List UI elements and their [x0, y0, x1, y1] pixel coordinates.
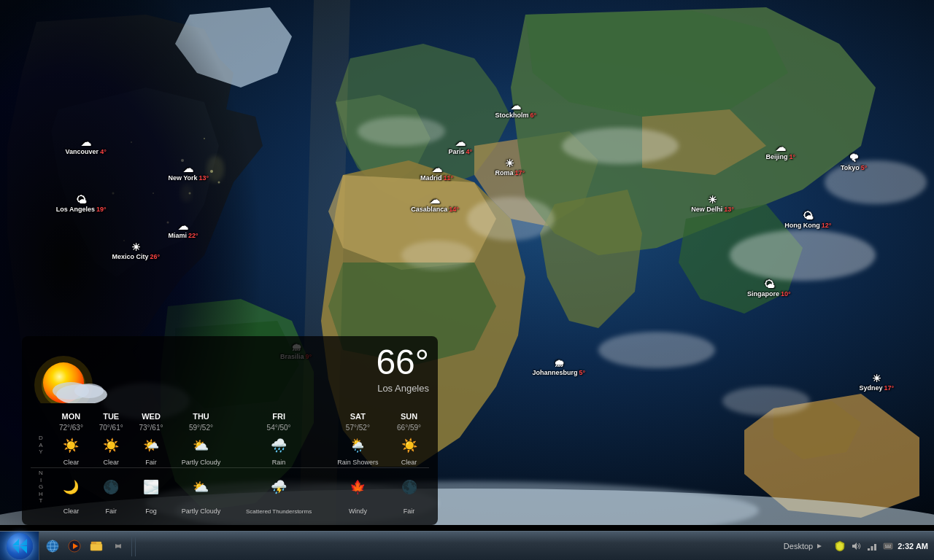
- days-row: MON TUE WED THU FRI SAT SUN: [31, 409, 429, 422]
- city-marker-madrid: ☁Madrid11°: [420, 163, 453, 182]
- svg-point-20: [598, 332, 715, 368]
- svg-point-16: [730, 230, 876, 281]
- chevron-right-icon: [816, 542, 823, 550]
- cond-thu-day: Partly Cloudy: [171, 457, 231, 468]
- taskbar-divider: [135, 536, 136, 556]
- current-weather-icon: [31, 345, 118, 403]
- svg-rect-45: [884, 543, 892, 549]
- ie-icon[interactable]: [42, 536, 63, 556]
- icon-sun-night: 🌑: [389, 468, 429, 506]
- svg-rect-44: [874, 544, 876, 551]
- explorer-icon[interactable]: [86, 536, 107, 556]
- day-conditions-row: Clear Clear Fair Partly Cloudy Rain Rain…: [31, 457, 429, 468]
- svg-point-14: [467, 197, 555, 241]
- svg-rect-48: [889, 545, 891, 546]
- temp-sat: 57°/52°: [327, 422, 390, 433]
- city-marker-singapore: 🌤Singapore10°: [747, 279, 791, 298]
- cond-sun-night: Fair: [389, 506, 429, 516]
- current-city: Los Angeles: [376, 383, 429, 394]
- temp-fri: 54°/50°: [231, 422, 327, 433]
- day-mon: MON: [51, 409, 91, 422]
- icon-thu-night: ⛅: [171, 468, 231, 506]
- start-button[interactable]: [0, 532, 39, 561]
- cond-mon-day: Clear: [51, 457, 91, 468]
- day-label: DAY: [34, 435, 48, 456]
- icon-fri-day: 🌧️: [231, 433, 327, 457]
- day-sat: SAT: [327, 409, 390, 422]
- svg-point-30: [74, 384, 104, 398]
- svg-point-18: [401, 241, 474, 270]
- quick-launch: [39, 536, 132, 556]
- cond-wed-night: Fog: [131, 506, 171, 516]
- icon-tue-night: 🌑: [91, 468, 131, 506]
- day-fri: FRI: [231, 409, 327, 422]
- security-tray-icon[interactable]: [833, 540, 846, 553]
- icon-mon-day: ☀️: [51, 433, 91, 457]
- cond-wed-day: Fair: [131, 457, 171, 468]
- cond-tue-night: Fair: [91, 506, 131, 516]
- weather-widget: 66° Los Angeles MON TUE WED THU FRI SAT …: [22, 336, 438, 525]
- temp-mon: 72°/63°: [51, 422, 91, 433]
- temps-row: 72°/63° 70°/61° 73°/61° 59°/52° 54°/50° …: [31, 422, 429, 433]
- svg-rect-49: [885, 546, 891, 548]
- day-icons-row: DAY ☀️ ☀️ 🌤️ ⛅ 🌧️ 🌦️ ☀️: [31, 433, 429, 457]
- current-temp: 66°: [376, 345, 429, 380]
- city-marker-sydney: ☀Sydney17°: [860, 373, 895, 392]
- cond-fri-day: Rain: [231, 457, 327, 468]
- taskbar: Desktop: [0, 531, 934, 560]
- svg-rect-42: [868, 548, 870, 551]
- icon-wed-day: 🌤️: [131, 433, 171, 457]
- icon-fri-night: ⛈️: [231, 468, 327, 506]
- city-marker-hong-kong: 🌤Hong Kong12°: [784, 210, 831, 229]
- system-tray: 2:32 AM: [833, 540, 928, 553]
- icon-wed-night: 🌫️: [131, 468, 171, 506]
- icon-sun-day: ☀️: [389, 433, 429, 457]
- night-icons-row: NIGHT 🌙 🌑 🌫️ ⛅ ⛈️ 🍁 🌑: [31, 468, 429, 506]
- svg-point-17: [825, 160, 927, 204]
- icon-mon-night: 🌙: [51, 468, 91, 506]
- system-clock: 2:32 AM: [898, 542, 928, 551]
- icon-sat-night: 🍁: [327, 468, 390, 506]
- svg-rect-46: [885, 545, 887, 546]
- cond-sun-day: Clear: [389, 457, 429, 468]
- temperature-display: 66° Los Angeles: [376, 345, 429, 394]
- cond-sat-night: Windy: [327, 506, 390, 516]
- temp-wed: 73°/61°: [131, 422, 171, 433]
- night-conditions-row: Clear Fair Fog Partly Cloudy Scattered T…: [31, 506, 429, 516]
- cond-thu-night: Partly Cloudy: [171, 506, 231, 516]
- city-marker-paris: ☁Paris4°: [448, 136, 472, 155]
- city-marker-tokyo: 🌪Tokyo5°: [841, 152, 867, 171]
- day-tue: TUE: [91, 409, 131, 422]
- volume-tray-icon[interactable]: [849, 540, 862, 553]
- keyboard-tray-icon[interactable]: [881, 540, 895, 553]
- city-marker-miami: ☁Miami22°: [168, 220, 198, 239]
- city-marker-los-angeles: 🌤Los Angeles19°: [56, 194, 107, 213]
- desktop-button[interactable]: Desktop: [779, 540, 827, 552]
- icon-sat-day: 🌦️: [327, 433, 390, 457]
- desktop-label: Desktop: [784, 542, 813, 551]
- icon-thu-day: ⛅: [171, 433, 231, 457]
- svg-rect-47: [887, 545, 889, 546]
- svg-point-21: [722, 386, 810, 416]
- city-marker-new-delhi: ☀New Delhi13°: [691, 194, 734, 213]
- city-marker-vancouver: ☁Vancouver4°: [66, 136, 107, 155]
- taskbar-right: Desktop: [779, 540, 934, 553]
- city-marker-new-york: ☁New York13°: [168, 163, 209, 182]
- icon-tue-day: ☀️: [91, 433, 131, 457]
- day-thu: THU: [171, 409, 231, 422]
- temp-tue: 70°/61°: [91, 422, 131, 433]
- day-sun: SUN: [389, 409, 429, 422]
- cond-tue-day: Clear: [91, 457, 131, 468]
- svg-rect-43: [871, 546, 873, 551]
- start-orb[interactable]: [7, 533, 33, 559]
- city-marker-beijing: ☁Beijing1°: [766, 141, 796, 160]
- cond-mon-night: Clear: [51, 506, 91, 516]
- city-marker-stockholm: ☁Stockholm6°: [495, 100, 536, 119]
- media-player-icon[interactable]: [64, 536, 85, 556]
- day-wed: WED: [131, 409, 171, 422]
- expand-icon[interactable]: [108, 536, 128, 556]
- svg-point-19: [358, 117, 445, 146]
- network-tray-icon[interactable]: [865, 540, 879, 553]
- svg-rect-38: [90, 544, 102, 551]
- cond-sat-day: Rain Showers: [327, 457, 390, 468]
